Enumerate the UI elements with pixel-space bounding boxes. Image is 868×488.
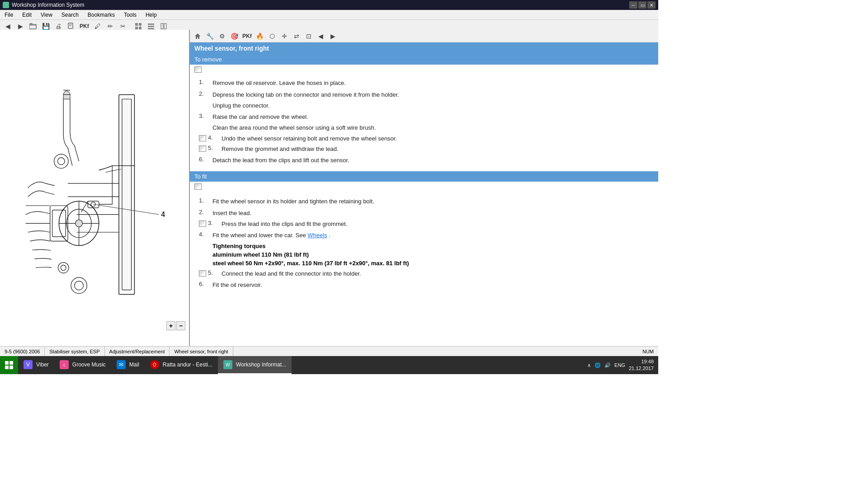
remove-note-icon bbox=[194, 66, 202, 73]
fit-item-4: 4. Fit the wheel and lower the car. See … bbox=[199, 230, 649, 241]
workshop-icon: W bbox=[223, 360, 232, 369]
svg-point-23 bbox=[71, 277, 87, 293]
svg-text:4: 4 bbox=[161, 211, 165, 218]
menu-tools[interactable]: Tools bbox=[119, 10, 141, 19]
status-segment-4: Wheel sensor, front right bbox=[170, 347, 233, 356]
zoom-controls: + − bbox=[166, 321, 185, 330]
zoom-in-button[interactable]: + bbox=[166, 321, 175, 330]
mail-icon: ✉ bbox=[117, 360, 126, 369]
hex-button[interactable]: ⬡ bbox=[266, 30, 278, 42]
svg-rect-39 bbox=[9, 361, 13, 365]
browser-icon: O bbox=[150, 360, 159, 369]
svg-rect-13 bbox=[161, 23, 163, 29]
remove-item-4-pre: Clean the area round the wheel sensor us… bbox=[199, 122, 649, 133]
start-button[interactable] bbox=[0, 356, 18, 374]
cross-arrows-button[interactable]: ✛ bbox=[278, 30, 290, 42]
wrench-button[interactable]: 🔧 bbox=[204, 30, 216, 42]
flame-button[interactable]: 🔥 bbox=[254, 30, 266, 42]
svg-rect-6 bbox=[135, 23, 138, 26]
page-title: Wheel sensor, front right bbox=[190, 42, 658, 54]
pki-label-2: PKf bbox=[241, 33, 254, 39]
fit-item-6: 6. Fit the oil reservoir. bbox=[199, 279, 649, 291]
restore-button[interactable]: ▭ bbox=[638, 1, 646, 9]
app-icon bbox=[3, 2, 9, 8]
square-out-button[interactable]: ⊡ bbox=[303, 30, 315, 42]
svg-rect-9 bbox=[139, 27, 142, 29]
svg-rect-1 bbox=[30, 23, 32, 24]
minimize-button[interactable]: ─ bbox=[629, 1, 637, 9]
remove-item-4-row: 4. Undo the wheel sensor retaining bolt … bbox=[199, 133, 649, 144]
remove-item-1: 1. Remove the oil reservoir. Leave the h… bbox=[199, 77, 649, 89]
diagram-area: 4 E521R040 bbox=[0, 30, 189, 333]
svg-rect-41 bbox=[9, 366, 13, 369]
menu-help[interactable]: Help bbox=[141, 10, 161, 19]
svg-point-26 bbox=[61, 265, 66, 271]
fit-note-row bbox=[190, 182, 658, 193]
fit-item-3-icon bbox=[199, 221, 206, 227]
menu-search[interactable]: Search bbox=[57, 10, 83, 19]
mail-label: Mail bbox=[129, 361, 139, 368]
content-toolbar: 🔧 ⚙ 🎯 PKf 🔥 ⬡ ✛ ⇄ ⊡ ◀ ▶ bbox=[190, 30, 658, 42]
groove-label: Groove Music bbox=[72, 361, 106, 368]
home-button[interactable] bbox=[192, 30, 203, 42]
status-bar: 9-5 (9600) 2006 Stabiliser system, ESP A… bbox=[0, 346, 658, 356]
tightening-torques: Tightening torques aluminium wheel 110 N… bbox=[199, 241, 649, 267]
remove-item-6: 6. Detach the lead from the clips and li… bbox=[199, 155, 649, 166]
viber-label: Viber bbox=[36, 361, 49, 368]
time-display: 19:48 21.12.2017 bbox=[629, 358, 654, 372]
window-title: Workshop Information System bbox=[12, 2, 85, 8]
fit-item-3-row: 3. Press the lead into the clips and fit… bbox=[199, 219, 649, 230]
remove-item-2: 2. Depress the locking tab on the connec… bbox=[199, 89, 649, 101]
zoom-out-button[interactable]: − bbox=[176, 321, 185, 330]
workshop-label: Workshop Informat... bbox=[236, 361, 286, 368]
next-button[interactable]: ▶ bbox=[327, 30, 339, 42]
title-bar: Workshop Information System ─ ▭ ✕ bbox=[0, 0, 658, 10]
status-segment-3: Adjustment/Replacement bbox=[105, 347, 170, 356]
remove-item-5-icon bbox=[199, 145, 206, 152]
svg-rect-12 bbox=[148, 28, 154, 29]
section-fit-header: To fit bbox=[190, 171, 658, 182]
fit-content: 1. Fit the wheel sensor in its holder an… bbox=[190, 193, 658, 293]
svg-rect-38 bbox=[5, 361, 9, 365]
torques-label: Tightening torques bbox=[212, 243, 649, 249]
prev-button[interactable]: ◀ bbox=[315, 30, 327, 42]
groove-icon: ♫ bbox=[60, 360, 69, 369]
diagram-svg: 4 E521R040 bbox=[9, 55, 180, 308]
target-button[interactable]: 🎯 bbox=[228, 30, 240, 42]
svg-point-24 bbox=[75, 281, 84, 290]
status-segment-2: Stabiliser system, ESP bbox=[45, 347, 104, 356]
aluminium-torque: aluminium wheel 110 Nm (81 lbf ft) bbox=[212, 251, 649, 258]
taskbar-mail[interactable]: ✉ Mail bbox=[111, 356, 145, 374]
svg-rect-4 bbox=[69, 25, 72, 25]
svg-rect-8 bbox=[135, 27, 138, 29]
menu-view[interactable]: View bbox=[36, 10, 57, 19]
chevron-up-icon[interactable]: ∧ bbox=[587, 362, 591, 368]
speaker-icon: 🔊 bbox=[604, 362, 611, 368]
remove-item-5-row: 5. Remove the grommet and withdraw the l… bbox=[199, 144, 649, 155]
taskbar-browser[interactable]: O Ratta andur - Eesti... bbox=[145, 356, 218, 374]
menu-edit[interactable]: Edit bbox=[18, 10, 36, 19]
menu-bar: File Edit View Search Bookmarks Tools He… bbox=[0, 10, 658, 20]
svg-rect-14 bbox=[164, 23, 166, 29]
wheels-link[interactable]: Wheels bbox=[307, 232, 327, 239]
svg-rect-5 bbox=[69, 26, 71, 26]
svg-point-25 bbox=[58, 263, 69, 273]
remove-note-row bbox=[190, 65, 658, 75]
svg-point-33 bbox=[75, 220, 83, 227]
close-button[interactable]: ✕ bbox=[647, 1, 656, 9]
remove-item-2-sub: Unplug the connector. bbox=[199, 100, 649, 111]
fit-item-1: 1. Fit the wheel sensor in its holder an… bbox=[199, 196, 649, 207]
taskbar-groove[interactable]: ♫ Groove Music bbox=[54, 356, 111, 374]
gear-button[interactable]: ⚙ bbox=[216, 30, 228, 42]
swap-button[interactable]: ⇄ bbox=[291, 30, 302, 42]
menu-file[interactable]: File bbox=[0, 10, 18, 19]
remove-content: 1. Remove the oil reservoir. Leave the h… bbox=[190, 75, 658, 169]
taskbar-viber[interactable]: V Viber bbox=[18, 356, 54, 374]
menu-bookmarks[interactable]: Bookmarks bbox=[83, 10, 119, 19]
taskbar-workshop[interactable]: W Workshop Informat... bbox=[218, 356, 292, 374]
system-tray: ∧ 🌐 🔊 ENG 19:48 21.12.2017 bbox=[583, 358, 658, 372]
fit-item-5-row: 5. Connect the lead and fit the connecto… bbox=[199, 268, 649, 279]
fit-item-5-icon bbox=[199, 270, 206, 277]
viber-icon: V bbox=[24, 360, 33, 369]
svg-rect-7 bbox=[139, 23, 142, 26]
